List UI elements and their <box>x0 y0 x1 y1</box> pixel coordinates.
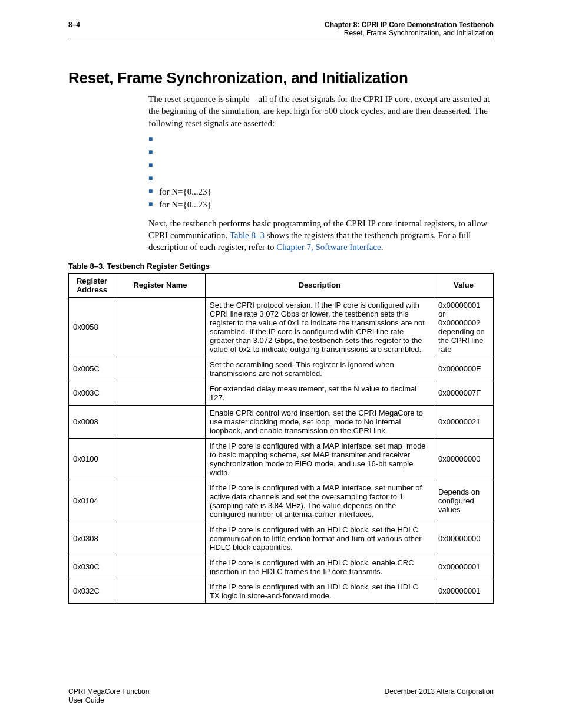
header-rule <box>68 39 494 39</box>
cell-addr: 0x0058 <box>69 297 115 357</box>
section-title: Reset, Frame Synchronization, and Initia… <box>68 69 494 87</box>
cell-addr: 0x0008 <box>69 405 115 438</box>
table-header-row: Register Address Register Name Descripti… <box>69 273 494 297</box>
cell-desc: Enable CPRI control word insertion, set … <box>206 405 434 438</box>
cell-addr: 0x003C <box>69 381 115 405</box>
col-header-address: Register Address <box>69 273 115 297</box>
footer-left: CPRI MegaCore Function User Guide <box>68 687 149 706</box>
para-text: . <box>381 242 384 252</box>
cell-name <box>115 579 206 603</box>
table-caption: Table 8–3. Testbench Register Settings <box>68 262 494 271</box>
cell-desc: For extended delay measurement, set the … <box>206 381 434 405</box>
table-row: 0x032CIf the IP core is configured with … <box>69 579 494 603</box>
table-row: 0x0008Enable CPRI control word insertion… <box>69 405 494 438</box>
cell-addr: 0x005C <box>69 357 115 381</box>
list-item <box>148 134 494 147</box>
table-crossref-link[interactable]: Table 8–3 <box>230 230 265 240</box>
cell-name <box>115 438 206 480</box>
table-row: 0x0104If the IP core is configured with … <box>69 480 494 522</box>
cell-name <box>115 357 206 381</box>
cell-desc: If the IP core is configured with an HDL… <box>206 555 434 579</box>
cell-name <box>115 405 206 438</box>
list-item <box>148 160 494 173</box>
signal-list: for N={0...23} for N={0...23} <box>148 134 494 212</box>
cell-val: 0x00000000 <box>434 522 494 555</box>
cell-desc: If the IP core is configured with a MAP … <box>206 438 434 480</box>
col-header-value: Value <box>434 273 494 297</box>
list-item <box>148 147 494 160</box>
col-header-name: Register Name <box>115 273 206 297</box>
cell-val: 0x0000007F <box>434 381 494 405</box>
cell-addr: 0x0100 <box>69 438 115 480</box>
list-item: for N={0...23} <box>148 186 494 199</box>
register-settings-table: Register Address Register Name Descripti… <box>68 273 494 604</box>
list-item <box>148 173 494 186</box>
cell-desc: Set the CPRI protocol version. If the IP… <box>206 297 434 357</box>
cell-val: 0x00000021 <box>434 405 494 438</box>
chapter-line: Chapter 8: CPRI IP Core Demonstration Te… <box>325 21 494 29</box>
header-right: Chapter 8: CPRI IP Core Demonstration Te… <box>325 21 494 37</box>
table-row: 0x0308If the IP core is configured with … <box>69 522 494 555</box>
intro-paragraph: The reset sequence is simple—all of the … <box>148 93 494 129</box>
second-paragraph: Next, the testbench performs basic progr… <box>148 218 494 253</box>
footer-right: December 2013 Altera Corporation <box>385 687 494 706</box>
cell-desc: If the IP core is configured with a MAP … <box>206 480 434 522</box>
cell-name <box>115 297 206 357</box>
cell-val: 0x0000000F <box>434 357 494 381</box>
cell-name <box>115 555 206 579</box>
cell-val: Depends on configured values <box>434 480 494 522</box>
cell-desc: If the IP core is configured with an HDL… <box>206 522 434 555</box>
cell-val: 0x00000001 <box>434 579 494 603</box>
cell-addr: 0x030C <box>69 555 115 579</box>
running-header: 8–4 Chapter 8: CPRI IP Core Demonstratio… <box>68 21 494 37</box>
col-header-description: Description <box>206 273 434 297</box>
cell-name <box>115 522 206 555</box>
page-number: 8–4 <box>68 21 80 29</box>
page-footer: CPRI MegaCore Function User Guide Decemb… <box>68 687 494 706</box>
cell-val: 0x00000001 or 0x00000002 depending on th… <box>434 297 494 357</box>
cell-val: 0x00000001 <box>434 555 494 579</box>
cell-name <box>115 480 206 522</box>
cell-desc: Set the scrambling seed. This register i… <box>206 357 434 381</box>
footer-doc-title: CPRI MegaCore Function <box>68 687 149 696</box>
table-row: 0x003CFor extended delay measurement, se… <box>69 381 494 405</box>
footer-doc-subtitle: User Guide <box>68 696 104 704</box>
cell-addr: 0x032C <box>69 579 115 603</box>
cell-addr: 0x0104 <box>69 480 115 522</box>
cell-name <box>115 381 206 405</box>
table-row: 0x0100If the IP core is configured with … <box>69 438 494 480</box>
cell-addr: 0x0308 <box>69 522 115 555</box>
table-row: 0x030CIf the IP core is configured with … <box>69 555 494 579</box>
table-row: 0x005CSet the scrambling seed. This regi… <box>69 357 494 381</box>
table-row: 0x0058Set the CPRI protocol version. If … <box>69 297 494 357</box>
cell-val: 0x00000000 <box>434 438 494 480</box>
section-line: Reset, Frame Synchronization, and Initia… <box>325 29 494 37</box>
list-item: for N={0...23} <box>148 199 494 212</box>
cell-desc: If the IP core is configured with an HDL… <box>206 579 434 603</box>
chapter-crossref-link[interactable]: Chapter 7, Software Interface <box>276 242 381 252</box>
